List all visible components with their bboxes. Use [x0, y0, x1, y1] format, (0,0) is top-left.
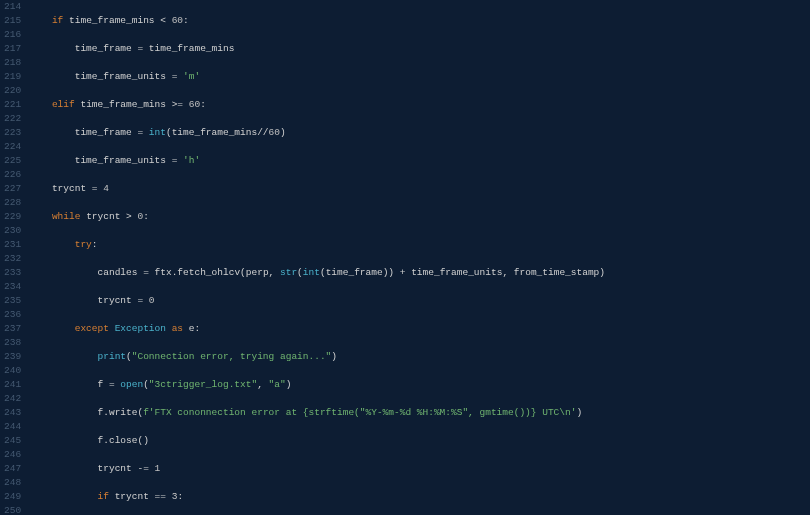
code-line[interactable]: if time_frame_mins < 60:: [29, 14, 810, 28]
line-number: 229: [4, 210, 21, 224]
code-line[interactable]: elif time_frame_mins >= 60:: [29, 98, 810, 112]
code-line[interactable]: if trycnt == 3:: [29, 490, 810, 504]
line-number: 234: [4, 280, 21, 294]
code-line[interactable]: f.write(f'FTX cononnection error at {str…: [29, 406, 810, 420]
code-line[interactable]: time_frame_units = 'm': [29, 70, 810, 84]
line-number: 245: [4, 434, 21, 448]
line-number: 247: [4, 462, 21, 476]
line-number: 222: [4, 112, 21, 126]
line-number: 226: [4, 168, 21, 182]
code-line[interactable]: f = open("3ctrigger_log.txt", "a"): [29, 378, 810, 392]
code-line[interactable]: candles = ftx.fetch_ohlcv(perp, str(int(…: [29, 266, 810, 280]
line-number: 233: [4, 266, 21, 280]
code-line[interactable]: trycnt = 4: [29, 182, 810, 196]
line-number: 223: [4, 126, 21, 140]
line-number: 219: [4, 70, 21, 84]
line-number: 225: [4, 154, 21, 168]
line-number: 242: [4, 392, 21, 406]
line-number: 221: [4, 98, 21, 112]
code-line[interactable]: time_frame_units = 'h': [29, 154, 810, 168]
line-number: 235: [4, 294, 21, 308]
line-number: 241: [4, 378, 21, 392]
line-number: 236: [4, 308, 21, 322]
line-number: 240: [4, 364, 21, 378]
code-line[interactable]: trycnt -= 1: [29, 462, 810, 476]
line-number: 238: [4, 336, 21, 350]
line-number: 250: [4, 504, 21, 515]
code-line[interactable]: except Exception as e:: [29, 322, 810, 336]
line-number: 217: [4, 42, 21, 56]
code-line[interactable]: time_frame = int(time_frame_mins//60): [29, 126, 810, 140]
line-number: 237: [4, 322, 21, 336]
line-number: 216: [4, 28, 21, 42]
line-number: 230: [4, 224, 21, 238]
code-line[interactable]: f.close(): [29, 434, 810, 448]
line-number: 218: [4, 56, 21, 70]
line-number: 243: [4, 406, 21, 420]
line-number-gutter: 2142152162172182192202212222232242252262…: [0, 0, 29, 515]
line-number: 249: [4, 490, 21, 504]
code-line[interactable]: time_frame = time_frame_mins: [29, 42, 810, 56]
code-line[interactable]: trycnt = 0: [29, 294, 810, 308]
code-line[interactable]: while trycnt > 0:: [29, 210, 810, 224]
line-number: 246: [4, 448, 21, 462]
line-number: 220: [4, 84, 21, 98]
line-number: 227: [4, 182, 21, 196]
line-number: 231: [4, 238, 21, 252]
line-number: 232: [4, 252, 21, 266]
line-number: 228: [4, 196, 21, 210]
code-editor[interactable]: 2142152162172182192202212222232242252262…: [0, 0, 810, 515]
line-number: 224: [4, 140, 21, 154]
code-line[interactable]: try:: [29, 238, 810, 252]
code-line[interactable]: print("Connection error, trying again...…: [29, 350, 810, 364]
line-number: 215: [4, 14, 21, 28]
line-number: 248: [4, 476, 21, 490]
line-number: 244: [4, 420, 21, 434]
line-number: 239: [4, 350, 21, 364]
line-number: 214: [4, 0, 21, 14]
code-area[interactable]: if time_frame_mins < 60: time_frame = ti…: [29, 0, 810, 515]
